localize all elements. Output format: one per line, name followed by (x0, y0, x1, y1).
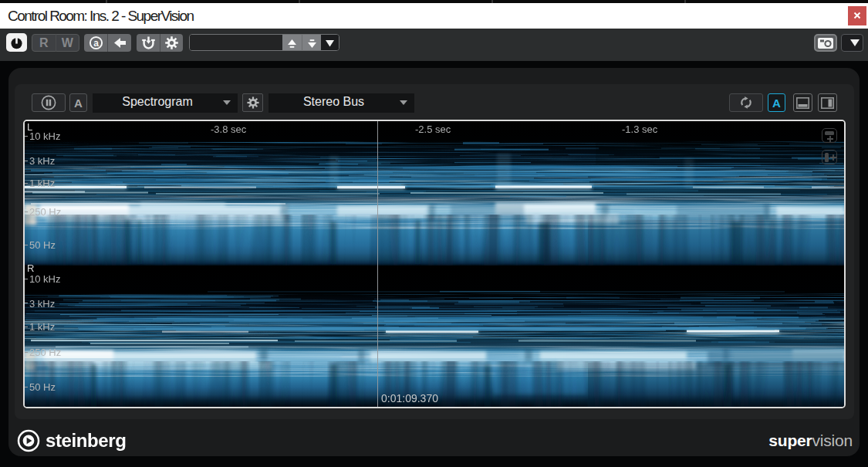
svg-text:a: a (93, 38, 99, 49)
